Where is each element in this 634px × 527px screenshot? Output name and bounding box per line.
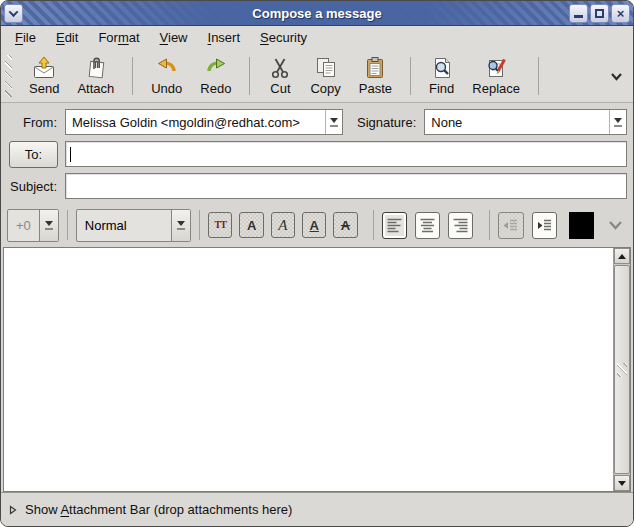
redo-button[interactable]: Redo bbox=[191, 53, 240, 99]
align-center-button[interactable] bbox=[415, 212, 440, 239]
font-size-select[interactable]: +0 bbox=[7, 209, 59, 242]
format-separator bbox=[373, 210, 374, 240]
attach-paperclip-icon bbox=[84, 56, 108, 80]
subject-entry-wrap bbox=[65, 173, 627, 199]
paste-clipboard-icon bbox=[363, 56, 387, 80]
replace-button[interactable]: Replace bbox=[463, 53, 529, 99]
undo-button[interactable]: Undo bbox=[142, 53, 191, 99]
signature-value: None bbox=[425, 115, 609, 130]
chevron-down-icon bbox=[610, 72, 623, 81]
format-toolbar: +0 Normal TT A A A A bbox=[1, 203, 633, 247]
minimize-icon bbox=[574, 15, 583, 18]
align-right-icon bbox=[452, 217, 469, 234]
align-right-button[interactable] bbox=[448, 212, 473, 239]
formatbar-overflow-button[interactable] bbox=[604, 212, 627, 238]
maximize-icon bbox=[595, 9, 604, 18]
cut-scissors-icon bbox=[268, 56, 292, 80]
to-input[interactable] bbox=[65, 141, 627, 167]
attach-button[interactable]: Attach bbox=[68, 53, 123, 99]
typewriter-icon: TT bbox=[215, 220, 226, 230]
signature-label: Signature: bbox=[357, 115, 416, 130]
toolbar-separator bbox=[249, 57, 250, 95]
underline-toggle[interactable]: A bbox=[302, 212, 326, 238]
main-toolbar: Send Attach Undo Redo bbox=[1, 49, 633, 103]
combo-arrow-icon bbox=[325, 110, 342, 134]
find-button[interactable]: Find bbox=[420, 53, 463, 99]
align-center-icon bbox=[419, 217, 436, 234]
scroll-down-button[interactable] bbox=[614, 475, 630, 491]
toolbar-separator bbox=[410, 57, 411, 95]
text-color-swatch[interactable] bbox=[569, 212, 594, 239]
menu-view[interactable]: View bbox=[150, 27, 198, 48]
message-body-input[interactable] bbox=[4, 248, 613, 491]
strikethrough-icon: A bbox=[341, 219, 350, 232]
subject-row: Subject: bbox=[1, 170, 633, 202]
toolbar-grip[interactable] bbox=[5, 55, 12, 97]
italic-toggle[interactable]: A bbox=[271, 212, 295, 238]
menu-file[interactable]: File bbox=[5, 27, 46, 48]
find-magnifier-icon bbox=[430, 56, 454, 80]
toolbar-separator bbox=[132, 57, 133, 95]
bold-toggle[interactable]: A bbox=[239, 212, 263, 238]
format-separator bbox=[199, 210, 200, 240]
from-select[interactable]: Melissa Goldin <mgoldin@redhat.com> bbox=[65, 109, 343, 135]
align-left-button[interactable] bbox=[382, 212, 407, 239]
attachment-bar[interactable]: Show Attachment Bar (drop attachments he… bbox=[1, 492, 633, 526]
close-button[interactable]: × bbox=[611, 4, 630, 23]
italic-icon: A bbox=[278, 218, 287, 233]
typewriter-toggle[interactable]: TT bbox=[208, 212, 232, 238]
bold-icon: A bbox=[247, 219, 256, 232]
toolbar-separator bbox=[538, 57, 539, 95]
message-body-area bbox=[3, 247, 631, 492]
combo-arrow-icon bbox=[609, 110, 626, 134]
paragraph-style-select[interactable]: Normal bbox=[76, 209, 191, 242]
subject-input[interactable] bbox=[65, 173, 627, 199]
combo-arrow-icon bbox=[171, 210, 190, 241]
menu-security[interactable]: Security bbox=[250, 27, 317, 48]
toolbar-overflow-button[interactable] bbox=[606, 63, 627, 89]
minimize-button[interactable] bbox=[569, 4, 588, 23]
paragraph-style-value: Normal bbox=[77, 218, 171, 233]
close-icon: × bbox=[617, 7, 625, 20]
subject-label: Subject: bbox=[9, 179, 57, 194]
unindent-icon bbox=[502, 217, 519, 234]
from-value: Melissa Goldin <mgoldin@redhat.com> bbox=[66, 115, 325, 130]
arrow-up-icon bbox=[618, 254, 626, 259]
send-button[interactable]: Send bbox=[20, 53, 68, 99]
scrollbar-thumb[interactable] bbox=[614, 265, 630, 474]
font-size-value: +0 bbox=[8, 218, 39, 233]
expander-triangle-icon bbox=[9, 505, 17, 515]
scroll-up-button[interactable] bbox=[614, 248, 630, 264]
vertical-scrollbar[interactable] bbox=[613, 248, 630, 491]
scrollbar-grip-icon bbox=[617, 363, 627, 377]
copy-pages-icon bbox=[314, 56, 338, 80]
text-caret bbox=[70, 147, 71, 162]
window-menu-button[interactable] bbox=[4, 4, 23, 23]
titlebar: Compose a message × bbox=[1, 1, 633, 26]
message-headers: From: Melissa Goldin <mgoldin@redhat.com… bbox=[1, 103, 633, 203]
send-mail-icon bbox=[32, 56, 56, 80]
maximize-button[interactable] bbox=[590, 4, 609, 23]
signature-select[interactable]: None bbox=[424, 109, 627, 135]
compose-window: Compose a message × File Edit Format Vie… bbox=[0, 0, 634, 527]
menu-edit[interactable]: Edit bbox=[46, 27, 88, 48]
paste-button[interactable]: Paste bbox=[350, 53, 401, 99]
menu-insert[interactable]: Insert bbox=[198, 27, 251, 48]
from-row: From: Melissa Goldin <mgoldin@redhat.com… bbox=[1, 106, 633, 138]
to-entry-wrap bbox=[65, 141, 627, 167]
arrow-down-icon bbox=[618, 481, 626, 486]
combo-arrow-icon bbox=[39, 210, 58, 241]
align-left-icon bbox=[386, 217, 403, 234]
menu-format[interactable]: Format bbox=[88, 27, 149, 48]
unindent-button bbox=[498, 212, 523, 239]
copy-button[interactable]: Copy bbox=[301, 53, 349, 99]
to-row: To: bbox=[1, 138, 633, 170]
indent-button[interactable] bbox=[532, 212, 557, 239]
to-button[interactable]: To: bbox=[9, 141, 58, 168]
strikethrough-toggle[interactable]: A bbox=[333, 212, 357, 238]
redo-arrow-icon bbox=[204, 56, 228, 80]
format-separator bbox=[489, 210, 490, 240]
cut-button[interactable]: Cut bbox=[259, 53, 301, 99]
underline-icon: A bbox=[310, 219, 319, 232]
indent-icon bbox=[536, 217, 553, 234]
